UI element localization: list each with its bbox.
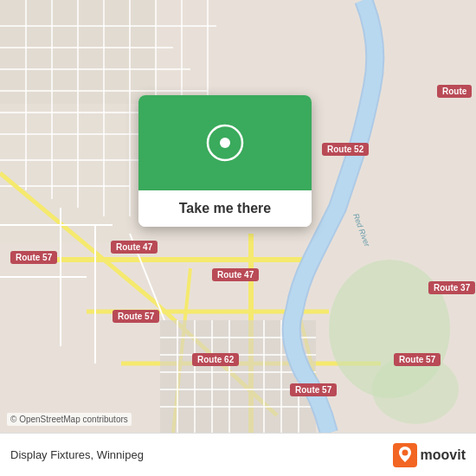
copyright-text: © OpenStreetMap contributors [7,413,132,426]
bottom-bar: Display Fixtures, Winnipeg moovit [0,433,476,476]
route-badge-37: Route 37 [428,281,475,294]
location-text: Display Fixtures, Winnipeg [10,448,144,461]
moovit-text: moovit [421,447,466,463]
moovit-icon [393,443,417,467]
svg-rect-2 [0,104,130,242]
route-badge-47-mid: Route 47 [212,268,259,281]
route-badge-47-top: Route 47 [111,241,158,254]
route-badge-top-right: Route [437,85,472,98]
route-badge-62: Route 62 [192,353,239,366]
route-badge-52: Route 52 [322,143,369,156]
popup-green-header [138,95,312,190]
moovit-logo: moovit [393,443,466,467]
popup-card: Take me there [138,95,312,227]
map-container: Red River Route 52 Route 57 Route 47 Rou… [0,0,476,433]
route-badge-57-right: Route 57 [394,353,441,366]
svg-point-48 [220,138,230,148]
take-me-there-button[interactable]: Take me there [138,190,312,227]
route-badge-57-mid: Route 57 [113,310,159,323]
route-badge-57-bottom: Route 57 [290,383,337,396]
location-pin-icon [206,124,244,162]
route-badge-57-left: Route 57 [10,251,57,264]
svg-point-50 [402,449,408,455]
